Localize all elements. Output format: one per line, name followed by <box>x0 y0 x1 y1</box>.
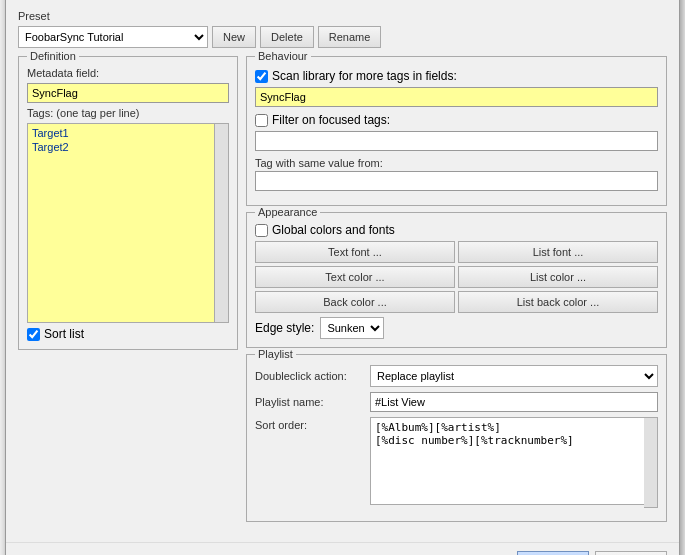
doubleclick-select[interactable]: Replace playlistAdd to playlist <box>370 365 658 387</box>
rename-button[interactable]: Rename <box>318 26 382 48</box>
playlist-group: Playlist Doubleclick action: Replace pla… <box>246 354 667 522</box>
playlist-name-label: Playlist name: <box>255 396 370 408</box>
dialog-footer: OK Cancel <box>6 542 679 555</box>
list-item[interactable]: Target1 <box>32 126 210 140</box>
preset-section: Preset FoobarSync Tutorial New Delete Re… <box>18 10 667 48</box>
cancel-button[interactable]: Cancel <box>595 551 667 555</box>
dialog-body: Preset FoobarSync Tutorial New Delete Re… <box>6 0 679 536</box>
sort-list-label: Sort list <box>44 327 84 341</box>
sort-order-scrollbar[interactable] <box>644 417 658 508</box>
appearance-legend: Appearance <box>255 206 320 218</box>
playlist-name-row: Playlist name: <box>255 392 658 412</box>
sort-order-label: Sort order: <box>255 417 370 431</box>
doubleclick-field: Replace playlistAdd to playlist <box>370 365 658 387</box>
appearance-buttons: Text font ... List font ... Text color .… <box>255 241 658 313</box>
edge-style-row: Edge style: SunkenRaisedNone <box>255 317 658 339</box>
left-panel: Definition Metadata field: Tags: (one ta… <box>18 56 238 528</box>
tags-label: Tags: (one tag per line) <box>27 107 229 119</box>
tags-list[interactable]: Target1 Target2 <box>27 123 229 323</box>
preset-dropdown[interactable]: FoobarSync Tutorial <box>18 26 208 48</box>
text-color-button[interactable]: Text color ... <box>255 266 455 288</box>
preset-row: FoobarSync Tutorial New Delete Rename <box>18 26 667 48</box>
scan-library-checkbox[interactable] <box>255 70 268 83</box>
scan-library-input[interactable] <box>255 87 658 107</box>
tags-list-content: Target1 Target2 <box>28 124 214 322</box>
list-font-button[interactable]: List font ... <box>458 241 658 263</box>
scan-library-field <box>255 87 658 107</box>
behaviour-group: Behaviour Scan library for more tags in … <box>246 56 667 206</box>
doubleclick-row: Doubleclick action: Replace playlistAdd … <box>255 365 658 387</box>
sort-order-row: Sort order: [%Album%][%artist%] [%disc n… <box>255 417 658 508</box>
main-dialog: Tagger Panel Options ✕ Preset FoobarSync… <box>5 0 680 555</box>
scan-library-row: Scan library for more tags in fields: <box>255 69 658 83</box>
list-color-button[interactable]: List color ... <box>458 266 658 288</box>
sort-list-row: Sort list <box>27 327 229 341</box>
global-colors-label: Global colors and fonts <box>272 223 395 237</box>
scan-library-label: Scan library for more tags in fields: <box>272 69 457 83</box>
sort-order-textarea[interactable]: [%Album%][%artist%] [%disc number%][%tra… <box>370 417 658 505</box>
list-scrollbar[interactable] <box>214 124 228 322</box>
filter-focused-field <box>255 131 658 151</box>
text-font-button[interactable]: Text font ... <box>255 241 455 263</box>
main-content: Definition Metadata field: Tags: (one ta… <box>18 56 667 528</box>
list-back-color-button[interactable]: List back color ... <box>458 291 658 313</box>
tag-same-value-field: Tag with same value from: <box>255 157 658 191</box>
playlist-name-input[interactable] <box>370 392 658 412</box>
metadata-field-label: Metadata field: <box>27 67 229 79</box>
tag-same-value-input[interactable] <box>255 171 658 191</box>
definition-legend: Definition <box>27 50 79 62</box>
playlist-name-field <box>370 392 658 412</box>
list-item[interactable]: Target2 <box>32 140 210 154</box>
delete-button[interactable]: Delete <box>260 26 314 48</box>
filter-focused-row: Filter on focused tags: <box>255 113 658 127</box>
preset-label: Preset <box>18 10 667 22</box>
sort-list-checkbox[interactable] <box>27 328 40 341</box>
edge-style-select[interactable]: SunkenRaisedNone <box>320 317 384 339</box>
metadata-field-input[interactable] <box>27 83 229 103</box>
global-colors-row: Global colors and fonts <box>255 223 658 237</box>
ok-button[interactable]: OK <box>517 551 589 555</box>
filter-focused-label: Filter on focused tags: <box>272 113 390 127</box>
behaviour-legend: Behaviour <box>255 50 311 62</box>
filter-focused-checkbox[interactable] <box>255 114 268 127</box>
new-button[interactable]: New <box>212 26 256 48</box>
playlist-legend: Playlist <box>255 348 296 360</box>
tag-same-value-label: Tag with same value from: <box>255 157 658 169</box>
doubleclick-label: Doubleclick action: <box>255 370 370 382</box>
filter-focused-input[interactable] <box>255 131 658 151</box>
edge-style-label: Edge style: <box>255 321 314 335</box>
appearance-group: Appearance Global colors and fonts Text … <box>246 212 667 348</box>
back-color-button[interactable]: Back color ... <box>255 291 455 313</box>
right-panel: Behaviour Scan library for more tags in … <box>246 56 667 528</box>
global-colors-checkbox[interactable] <box>255 224 268 237</box>
sort-order-field: [%Album%][%artist%] [%disc number%][%tra… <box>370 417 658 508</box>
definition-group: Definition Metadata field: Tags: (one ta… <box>18 56 238 350</box>
